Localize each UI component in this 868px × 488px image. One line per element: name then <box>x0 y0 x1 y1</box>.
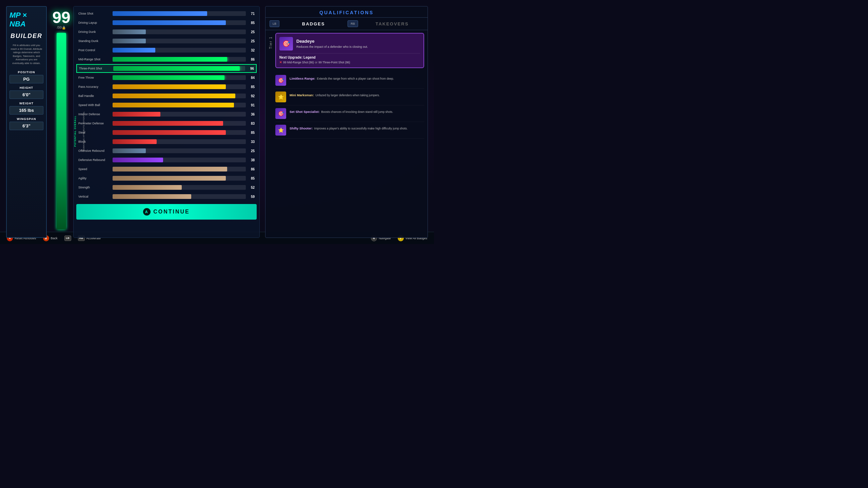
tabs-row[interactable]: LB BADGES RB TAKEOVERS <box>265 18 428 30</box>
attr-bar <box>113 185 182 190</box>
attr-bar <box>113 158 163 162</box>
badge-list-text: Shifty Shooter: Improves a player's abil… <box>290 125 424 131</box>
attr-value: 32 <box>248 48 255 52</box>
attr-bar <box>113 103 234 107</box>
req-x-icon: ✕ <box>279 61 282 64</box>
attr-bar-container <box>113 11 246 16</box>
attribute-row[interactable]: Free Throw 84 <box>76 73 257 82</box>
attr-name: Perimeter Defense <box>78 122 111 125</box>
position-section: POSITION PG <box>9 70 43 83</box>
badge-list-icon: ⭐ <box>275 92 286 102</box>
attr-name: Agility <box>78 177 111 180</box>
attribute-row[interactable]: Standing Dunk 25 <box>76 37 257 45</box>
attr-name: Driving Dunk <box>78 30 111 34</box>
attr-name: Block <box>78 140 111 143</box>
attribute-row[interactable]: Ball Handle 92 <box>76 92 257 100</box>
attr-bar-container <box>113 148 246 153</box>
attr-value: 83 <box>248 122 255 125</box>
badge-list-name: Limitless Range: <box>290 77 315 80</box>
attr-bar-container <box>113 112 246 117</box>
attr-value: 52 <box>248 186 255 189</box>
center-section: 99 /99🔒 POTENTIAL OVERALL REMAINING ATTR… <box>50 6 260 238</box>
attr-bar <box>113 139 157 144</box>
tab-takeovers[interactable]: TAKEOVERS <box>361 21 423 26</box>
req-or-text: or <box>315 61 318 64</box>
attr-bar-container <box>113 48 246 53</box>
continue-label: CONTINUE <box>153 209 190 215</box>
attr-value: 25 <box>248 149 255 153</box>
attr-value: 91 <box>248 103 255 107</box>
attribute-row[interactable]: Driving Layup 85 <box>76 18 257 27</box>
attribute-row[interactable]: Steal 85 <box>76 128 257 137</box>
right-panel: QUALIFICATIONS LB BADGES RB TAKEOVERS Ti… <box>265 6 428 238</box>
attribute-row[interactable]: Agility 85 <box>76 174 257 183</box>
attr-bar-container <box>113 167 246 171</box>
badge-list-item: ⭐ Shifty Shooter: Improves a player's ab… <box>275 122 424 139</box>
continue-button[interactable]: ACONTINUE <box>76 204 257 220</box>
attr-bar <box>113 194 191 199</box>
attr-value: 86 <box>248 167 255 171</box>
attribute-row[interactable]: Defensive Rebound 38 <box>76 156 257 164</box>
badge-list-desc: Improves a player's ability to successfu… <box>314 127 408 130</box>
attribute-row[interactable]: Offensive Rebound 25 <box>76 146 257 155</box>
height-section: HEIGHT 6'0" <box>9 86 43 99</box>
attribute-row[interactable]: Perimeter Defense 83 <box>76 119 257 128</box>
featured-badge-desc: Reduces the impact of a defender who is … <box>296 45 420 49</box>
attribute-row[interactable]: Interior Defense 36 <box>76 110 257 119</box>
wingspan-section: WINGSPAN 6'3" <box>9 117 43 130</box>
attribute-row[interactable]: Three-Point Shot 96 Three-Point Shot Abi… <box>76 64 257 73</box>
attr-value: 85 <box>248 131 255 135</box>
attribute-row[interactable]: Speed 86 <box>76 165 257 174</box>
tab-rb[interactable]: RB <box>348 20 358 27</box>
tab-badges[interactable]: BADGES <box>282 21 345 26</box>
attr-name: Three-Point Shot <box>79 67 111 70</box>
attributes-panel: Close Shot 71 Driving Layup 85 Driving D… <box>73 6 260 238</box>
attr-bar-container <box>113 194 246 199</box>
badge-list-text: Limitless Range: Extends the range from … <box>290 75 424 81</box>
attr-value: 84 <box>248 76 255 80</box>
badge-list: 🎯 Limitless Range: Extends the range fro… <box>275 72 424 139</box>
attr-bar <box>113 130 226 135</box>
attribute-row[interactable]: Vertical 59 <box>76 192 257 201</box>
attr-bar-container <box>113 103 246 107</box>
attr-value: 71 <box>248 12 255 16</box>
attr-bar-container <box>113 66 245 71</box>
attr-value: 59 <box>248 195 255 199</box>
attribute-tooltip: Three-Point Shot Ability to make shots o… <box>259 57 260 80</box>
builder-description: Fill in attributes until you reach a 99 … <box>9 44 43 65</box>
attr-bar-container <box>113 94 246 98</box>
attribute-row[interactable]: Driving Dunk 25 <box>76 27 257 36</box>
wingspan-label: WINGSPAN <box>9 117 43 121</box>
overall-number: 99 <box>52 9 70 26</box>
tier-section: Tier 1 🎯 Deadeye Reduces the impact of a… <box>265 30 428 238</box>
tab-lb[interactable]: LB <box>270 20 279 27</box>
attribute-row[interactable]: Speed With Ball 91 <box>76 101 257 109</box>
attr-bar <box>113 66 240 71</box>
left-panel: MP × NBA BUILDER Fill in attributes unti… <box>6 6 47 238</box>
attribute-row[interactable]: Post Control 32 <box>76 46 257 55</box>
attr-name: Post Control <box>78 48 111 52</box>
attr-name: Interior Defense <box>78 113 111 116</box>
attribute-row[interactable]: Block 33 <box>76 137 257 146</box>
attr-name: Vertical <box>78 195 111 198</box>
next-upgrade-section: Next Upgrade: Legend ✕ 99 Mid-Range Shot… <box>279 53 420 64</box>
attr-name: Standing Dunk <box>78 39 111 43</box>
attr-bar <box>113 11 207 16</box>
weight-value: 165 lbs <box>9 106 43 115</box>
attr-bar <box>113 121 223 126</box>
badge-main-row: 🎯 Deadeye Reduces the impact of a defend… <box>279 37 420 50</box>
potential-label: POTENTIAL OVERALL <box>74 33 76 229</box>
attr-value: 85 <box>248 21 255 25</box>
attr-value: 38 <box>248 158 255 162</box>
attr-bar <box>113 75 224 80</box>
position-label: POSITION <box>9 70 43 74</box>
attr-bar <box>113 39 146 43</box>
attribute-row[interactable]: Pass Accuracy 85 <box>76 82 257 91</box>
attribute-row[interactable]: Strength 52 <box>76 183 257 192</box>
featured-badge: 🎯 Deadeye Reduces the impact of a defend… <box>275 33 424 68</box>
attribute-row[interactable]: Close Shot 71 <box>76 9 257 18</box>
attr-name: Driving Layup <box>78 21 111 24</box>
attribute-row[interactable]: Mid-Range Shot 86 <box>76 55 257 64</box>
attr-bar-container <box>113 185 246 190</box>
attr-name: Defensive Rebound <box>78 158 111 162</box>
